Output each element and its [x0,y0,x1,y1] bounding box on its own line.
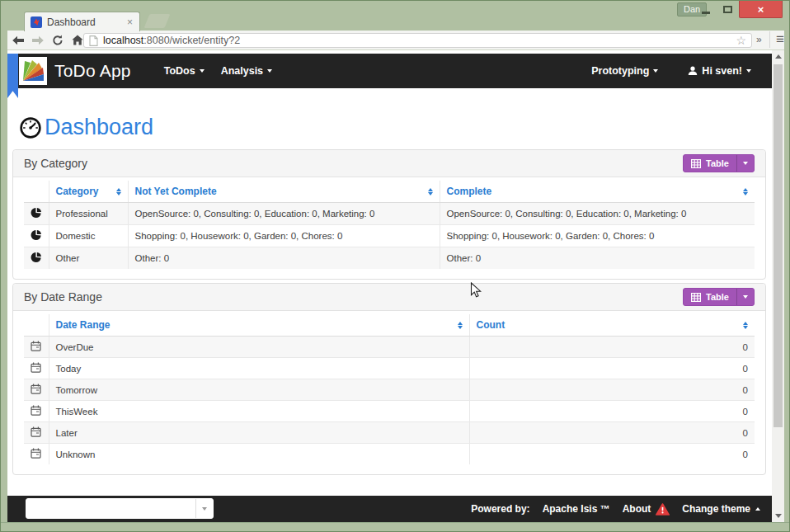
table-view-dropdown[interactable] [736,289,754,305]
app-brand[interactable]: ToDo App [54,61,131,81]
table-view-button-main[interactable]: Table [684,155,736,172]
cell-date-range: ThisWeek [49,401,469,422]
scrollbar-thumb[interactable] [774,64,783,427]
footer-combobox[interactable] [26,498,214,519]
browser-tab[interactable]: Dashboard × [24,12,140,31]
table-view-button-label: Table [706,292,729,302]
app-footer: Powered by: Apache Isis ™ About Change t… [7,496,772,522]
chevron-down-icon [202,507,207,511]
nav-menu-analysis[interactable]: Analysis [213,65,280,77]
column-header-count[interactable]: Count [469,314,755,337]
about-label: About [623,503,651,515]
cell-date-range: Tomorrow [49,379,469,401]
panel-by-date-range: By Date Range Table Date Range [12,283,766,475]
app-logo-icon[interactable] [19,57,47,85]
calendar-icon [31,405,41,416]
tab-close-icon[interactable]: × [125,16,134,28]
page-scrollbar[interactable] [772,50,784,522]
table-view-dropdown[interactable] [736,155,754,172]
mouse-cursor [470,282,482,302]
date-range-table-row[interactable]: OverDue 0 [24,337,755,358]
bookmark-star-icon[interactable]: ☆ [736,35,746,46]
nav-menu-user-label: Hi sven! [702,65,742,77]
browser-menu-icon[interactable]: ≡ [769,31,788,48]
back-button[interactable] [9,33,27,48]
window-bottom-edge [1,522,789,532]
forward-button[interactable] [29,33,47,48]
nav-menu-prototyping[interactable]: Prototyping [583,65,666,77]
page-title: Dashboard [45,115,153,140]
column-label: Date Range [56,319,111,331]
arrow-down-icon [775,514,782,518]
cell-count: 0 [469,379,755,401]
apache-isis-link[interactable]: Apache Isis ™ [543,503,610,515]
combobox-caret[interactable] [195,499,213,518]
app-navbar: ToDo App ToDos Analysis Prototyping Hi s… [7,54,772,88]
cell-date-range: Later [49,422,469,444]
column-header-category[interactable]: Category [49,181,128,203]
category-table-row[interactable]: Professional OpenSource: 0, Consulting: … [24,203,755,225]
table-grid-icon [691,159,701,168]
category-table-row[interactable]: Domestic Shopping: 0, Housework: 0, Gard… [24,225,755,247]
nav-menu-todos[interactable]: ToDos [156,65,213,77]
column-header-date-range[interactable]: Date Range [49,314,469,337]
page-viewport: ToDo App ToDos Analysis Prototyping Hi s… [7,50,772,522]
sort-icon [116,188,121,195]
window-close-button[interactable]: × [739,1,783,18]
date-range-table-row[interactable]: Tomorrow 0 [24,379,755,401]
table-view-button-main[interactable]: Table [684,289,736,305]
bookmarks-overflow-icon[interactable]: » [756,34,762,45]
browser-window: { "browser": { "tab_title": "Dashboard",… [0,0,790,532]
powered-by-label: Powered by: [471,503,529,515]
nav-menu-prototyping-label: Prototyping [591,65,649,77]
calendar-icon [31,448,41,459]
new-tab-button[interactable] [144,14,171,28]
calendar-icon [31,426,41,437]
panel-by-category-header: By Category Table [13,150,765,177]
column-header-not-yet-complete[interactable]: Not Yet Complete [128,181,440,203]
date-range-table-row[interactable]: Unknown 0 [24,444,755,465]
cell-count: 0 [469,337,755,358]
column-label: Category [56,186,99,197]
chevron-down-icon [743,295,748,299]
cell-not-yet-complete: Shopping: 0, Housework: 0, Garden: 0, Ch… [128,225,440,247]
address-bar[interactable]: localhost:8080/wicket/entity?2 ☆ [83,33,752,48]
nav-menu-todos-label: ToDos [164,65,195,77]
date-range-table-row[interactable]: ThisWeek 0 [24,401,755,422]
category-table: Category Not Yet Complete Complete [24,181,755,269]
cell-category: Other [49,247,128,270]
row-icon-cell [24,337,49,358]
row-icon-cell [24,379,49,401]
cell-count: 0 [469,422,755,444]
date-range-table-row[interactable]: Later 0 [24,422,755,444]
tab-title: Dashboard [47,16,125,28]
row-icon-cell [24,401,49,422]
warning-icon [656,503,670,516]
column-header-complete[interactable]: Complete [440,181,755,203]
cell-not-yet-complete: OpenSource: 0, Consulting: 0, Education:… [128,203,440,225]
nav-menu-user[interactable]: Hi sven! [679,65,759,77]
scroll-down-button[interactable] [772,510,784,522]
chevron-down-icon [746,69,751,73]
date-range-table: Date Range Count [24,314,755,464]
column-label: Complete [447,186,492,197]
date-range-table-row[interactable]: Today 0 [24,358,755,379]
cell-date-range: Today [49,358,469,379]
tab-favicon [31,16,42,28]
category-table-row[interactable]: Other Other: 0 Other: 0 [24,247,755,270]
window-minimize-button[interactable] [696,1,716,17]
change-theme-link[interactable]: Change theme [682,503,760,515]
url-host: localhost [103,35,143,46]
scroll-up-button[interactable] [772,50,784,63]
browser-toolbar: localhost:8080/wicket/entity?2 ☆ » ≡ [7,31,784,50]
about-link[interactable]: About [623,503,670,516]
table-view-button: Table [683,288,755,306]
sort-icon [743,322,748,329]
url-path: :8080/wicket/entity?2 [143,35,240,46]
table-grid-icon [691,293,701,302]
refresh-button[interactable] [49,33,67,48]
row-icon-cell [24,247,49,270]
chevron-down-icon [267,69,272,73]
panel-by-category: By Category Table Category [12,149,766,280]
window-maximize-button[interactable] [717,1,737,17]
